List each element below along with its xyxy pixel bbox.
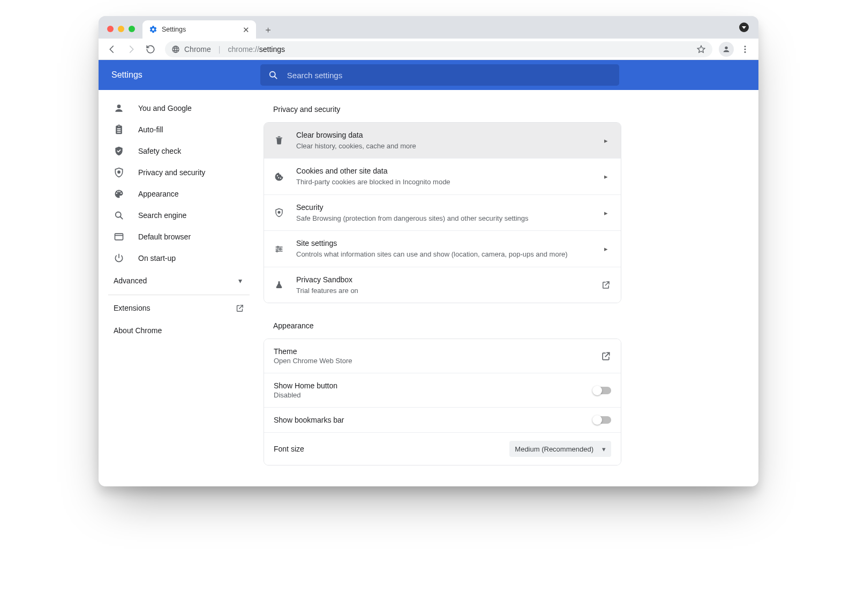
- tune-icon: [274, 244, 284, 254]
- row-title: Site settings: [296, 238, 600, 249]
- row-subtitle: Disabled: [274, 391, 593, 399]
- row-security[interactable]: Security Safe Browsing (protection from …: [264, 195, 621, 231]
- sidebar-item-autofill[interactable]: Auto-fill: [99, 119, 259, 140]
- external-link-icon: [235, 304, 244, 313]
- settings-title: Settings: [111, 70, 142, 80]
- external-link-icon: [600, 351, 611, 362]
- row-clear-browsing-data[interactable]: Clear browsing data Clear history, cooki…: [264, 123, 621, 159]
- sidebar-item-label: Safety check: [138, 147, 181, 155]
- row-title: Font size: [274, 445, 509, 453]
- row-show-bookmarks-bar[interactable]: Show bookmarks bar: [264, 408, 621, 433]
- svg-point-7: [117, 104, 121, 108]
- settings-search-input[interactable]: [286, 70, 612, 80]
- window-controls: [104, 26, 138, 39]
- omnibox-url: chrome://settings: [228, 45, 285, 54]
- close-tab-icon[interactable]: ✕: [243, 26, 250, 34]
- external-link-icon: [600, 280, 611, 290]
- row-subtitle: Trial features are on: [296, 286, 600, 296]
- forward-button[interactable]: [123, 41, 139, 57]
- appearance-section-title: Appearance: [273, 321, 621, 330]
- tab-strip: Settings ✕ ＋: [99, 16, 758, 39]
- row-show-home-button[interactable]: Show Home button Disabled: [264, 373, 621, 408]
- sidebar-extensions[interactable]: Extensions: [99, 296, 259, 320]
- sidebar-item-you-and-google[interactable]: You and Google: [99, 97, 259, 119]
- minimize-window-button[interactable]: [118, 26, 124, 32]
- privacy-section-title: Privacy and security: [273, 105, 621, 114]
- row-cookies[interactable]: Cookies and other site data Third-party …: [264, 159, 621, 194]
- flask-icon: [274, 280, 284, 290]
- row-subtitle: Safe Browsing (protection from dangerous…: [296, 214, 600, 223]
- sidebar-divider: [108, 295, 250, 295]
- svg-marker-0: [697, 46, 705, 52]
- profile-button[interactable]: [719, 42, 734, 57]
- row-subtitle: Open Chrome Web Store: [274, 357, 600, 365]
- sidebar-item-on-startup[interactable]: On start-up: [99, 247, 259, 269]
- svg-point-4: [745, 51, 746, 52]
- svg-point-13: [278, 212, 280, 214]
- sidebar-advanced[interactable]: Advanced ▾: [99, 269, 259, 292]
- chevron-right-icon: ▸: [600, 209, 611, 217]
- palette-icon: [114, 189, 124, 199]
- sidebar-item-label: Search engine: [138, 211, 186, 220]
- site-info-icon[interactable]: [171, 45, 180, 54]
- shield-check-icon: [114, 146, 124, 156]
- reload-button[interactable]: [142, 41, 159, 57]
- row-subtitle: Controls what information sites can use …: [296, 250, 600, 259]
- row-title: Privacy Sandbox: [296, 275, 600, 285]
- row-font-size: Font size Medium (Recommended) ▾: [264, 433, 621, 465]
- address-bar[interactable]: Chrome | chrome://settings: [165, 41, 712, 57]
- tab-settings[interactable]: Settings ✕: [142, 20, 256, 39]
- row-privacy-sandbox[interactable]: Privacy Sandbox Trial features are on: [264, 267, 621, 303]
- svg-line-6: [274, 77, 276, 79]
- settings-header: Settings: [99, 60, 758, 90]
- toggle-home-button[interactable]: [593, 387, 611, 394]
- tab-list-button[interactable]: [738, 21, 750, 33]
- close-window-button[interactable]: [107, 26, 114, 32]
- browser-icon: [114, 231, 124, 242]
- back-button[interactable]: [104, 41, 120, 57]
- sidebar-item-label: Appearance: [138, 190, 179, 198]
- row-title: Cookies and other site data: [296, 166, 600, 176]
- sidebar-about-chrome[interactable]: About Chrome: [99, 320, 259, 341]
- toolbar: Chrome | chrome://settings: [99, 39, 758, 60]
- svg-point-17: [280, 248, 281, 250]
- new-tab-button[interactable]: ＋: [260, 22, 275, 37]
- svg-point-3: [745, 48, 746, 50]
- chrome-menu-button[interactable]: [737, 41, 753, 57]
- font-size-dropdown[interactable]: Medium (Recommended) ▾: [509, 441, 611, 457]
- appearance-card: Theme Open Chrome Web Store Show Home bu…: [264, 339, 621, 465]
- person-icon: [114, 103, 124, 114]
- settings-sidebar: You and Google Auto-fill Safety check Pr…: [99, 90, 259, 486]
- sidebar-item-label: You and Google: [138, 104, 192, 112]
- power-icon: [114, 253, 124, 264]
- shield-icon: [114, 167, 124, 178]
- row-title: Clear browsing data: [296, 130, 600, 140]
- advanced-label: Advanced: [114, 276, 147, 285]
- toggle-bookmarks-bar[interactable]: [593, 416, 611, 424]
- sidebar-item-safety-check[interactable]: Safety check: [99, 140, 259, 162]
- omnibox-separator: |: [219, 45, 221, 54]
- chevron-right-icon: ▸: [600, 137, 611, 145]
- row-theme[interactable]: Theme Open Chrome Web Store: [264, 339, 621, 373]
- search-icon: [268, 70, 279, 80]
- dropdown-value: Medium (Recommended): [515, 445, 593, 453]
- svg-point-19: [276, 250, 278, 252]
- maximize-window-button[interactable]: [129, 26, 135, 32]
- svg-point-8: [118, 171, 120, 173]
- sidebar-item-default-browser[interactable]: Default browser: [99, 226, 259, 247]
- sidebar-item-search-engine[interactable]: Search engine: [99, 205, 259, 226]
- sidebar-item-appearance[interactable]: Appearance: [99, 183, 259, 205]
- row-subtitle: Clear history, cookies, cache and more: [296, 141, 600, 151]
- sidebar-item-label: On start-up: [138, 254, 176, 262]
- row-site-settings[interactable]: Site settings Controls what information …: [264, 231, 621, 267]
- svg-line-10: [121, 217, 123, 219]
- extensions-label: Extensions: [114, 304, 150, 312]
- tab-title: Settings: [162, 26, 186, 33]
- svg-point-2: [745, 46, 746, 47]
- settings-search[interactable]: [260, 64, 619, 86]
- bookmark-star-icon[interactable]: [696, 44, 706, 54]
- sidebar-item-privacy-security[interactable]: Privacy and security: [99, 162, 259, 183]
- search-icon: [114, 210, 124, 221]
- chevron-down-icon: ▾: [238, 276, 242, 285]
- shield-icon: [274, 207, 284, 218]
